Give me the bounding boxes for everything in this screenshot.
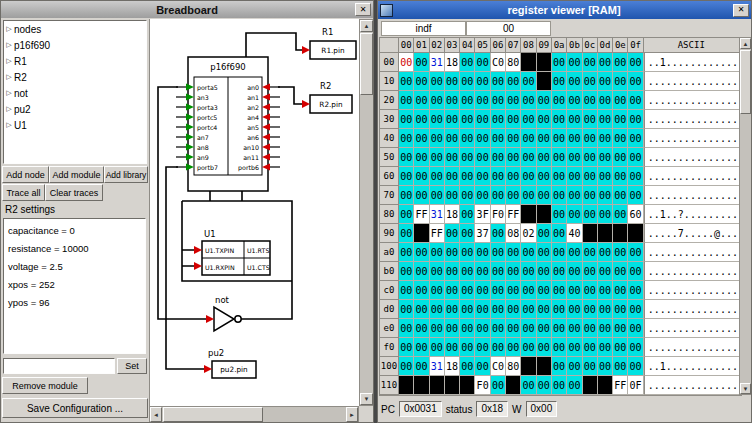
ram-cell[interactable]: 00 (583, 300, 598, 319)
ram-cell[interactable]: 00 (537, 243, 552, 262)
ram-cell[interactable]: 00 (628, 110, 643, 129)
add-library-button[interactable]: Add library (104, 166, 148, 183)
ram-cell[interactable] (537, 205, 552, 224)
ram-cell[interactable]: 00 (552, 224, 567, 243)
ram-cell[interactable]: 00 (537, 167, 552, 186)
ram-cell[interactable]: C0 (491, 53, 506, 72)
ram-cell[interactable]: 00 (399, 281, 414, 300)
ram-cell[interactable]: 00 (628, 357, 643, 376)
ram-cell[interactable]: 00 (537, 281, 552, 300)
scroll-left-icon[interactable]: ◄ (150, 407, 162, 422)
ram-cell[interactable]: 00 (414, 167, 429, 186)
ram-cell[interactable]: 00 (521, 281, 536, 300)
ram-cell[interactable]: 00 (445, 129, 460, 148)
expander-icon[interactable]: ▷ (4, 41, 14, 49)
ram-cell[interactable]: 00 (537, 262, 552, 281)
ram-cell[interactable]: 00 (414, 148, 429, 167)
tree-item-R2[interactable]: ▷R2 (4, 69, 146, 85)
ram-cell[interactable]: 00 (598, 91, 613, 110)
ram-cell[interactable]: 00 (399, 91, 414, 110)
ram-cell[interactable]: 00 (399, 53, 414, 72)
ram-cell[interactable]: 00 (567, 300, 582, 319)
ram-cell[interactable] (598, 376, 613, 395)
ram-cell[interactable]: 00 (583, 338, 598, 357)
ram-cell[interactable]: 00 (399, 338, 414, 357)
ram-cell[interactable]: 00 (445, 186, 460, 205)
ram-cell[interactable]: 00 (567, 205, 582, 224)
ram-cell[interactable]: 00 (399, 72, 414, 91)
tree-item-U1[interactable]: ▷U1 (4, 117, 146, 133)
ram-cell[interactable]: 00 (628, 91, 643, 110)
ram-cell[interactable]: 00 (567, 319, 582, 338)
ram-cell[interactable]: 00 (613, 53, 628, 72)
ram-cell[interactable]: 00 (399, 224, 414, 243)
ram-cell[interactable]: 00 (414, 53, 429, 72)
ram-cell[interactable]: 00 (491, 243, 506, 262)
ram-cell[interactable]: 00 (552, 300, 567, 319)
ram-cell[interactable]: 00 (445, 243, 460, 262)
vertical-scrollbar[interactable]: ▲ ▼ (739, 37, 752, 395)
ram-cell[interactable]: 00 (537, 91, 552, 110)
attribute-entry[interactable] (3, 358, 115, 374)
ram-cell[interactable]: 60 (628, 205, 643, 224)
ram-cell[interactable]: 00 (552, 243, 567, 262)
ram-cell[interactable]: 00 (430, 338, 445, 357)
remove-module-button[interactable]: Remove module (2, 377, 88, 394)
ram-cell[interactable]: 00 (567, 72, 582, 91)
ram-cell[interactable]: 00 (567, 91, 582, 110)
ram-cell[interactable]: 00 (613, 357, 628, 376)
ram-cell[interactable]: 00 (460, 186, 475, 205)
ram-cell[interactable] (583, 224, 598, 243)
ram-cell[interactable]: 00 (613, 281, 628, 300)
ram-cell[interactable] (445, 376, 460, 395)
ram-cell[interactable]: 00 (521, 129, 536, 148)
ram-cell[interactable]: 00 (475, 148, 490, 167)
scroll-down-icon[interactable]: ▼ (360, 393, 373, 405)
ram-cell[interactable]: 00 (552, 262, 567, 281)
ram-cell[interactable]: 00 (475, 300, 490, 319)
ram-cell[interactable]: 00 (430, 319, 445, 338)
ram-cell[interactable]: 00 (583, 72, 598, 91)
ram-cell[interactable]: 00 (445, 224, 460, 243)
ram-cell[interactable]: 00 (475, 72, 490, 91)
tree-item-not[interactable]: ▷not (4, 85, 146, 101)
ram-cell[interactable]: 00 (414, 72, 429, 91)
ram-cell[interactable]: 00 (460, 167, 475, 186)
ram-cell[interactable] (613, 224, 628, 243)
ram-cell[interactable]: 00 (506, 167, 521, 186)
ram-cell[interactable]: 00 (521, 262, 536, 281)
ram-cell[interactable]: 00 (399, 205, 414, 224)
ram-cell[interactable]: 00 (430, 262, 445, 281)
selected-register-name[interactable]: indf (381, 21, 466, 36)
ram-cell[interactable]: 00 (567, 186, 582, 205)
ram-cell[interactable]: 00 (475, 110, 490, 129)
expander-icon[interactable]: ▷ (4, 121, 14, 129)
ram-cell[interactable]: 00 (583, 129, 598, 148)
ram-cell[interactable]: 00 (414, 129, 429, 148)
tree-item-nodes[interactable]: ▷nodes (4, 21, 146, 37)
ram-cell[interactable]: 00 (598, 167, 613, 186)
ram-cell[interactable]: 00 (598, 205, 613, 224)
ram-cell[interactable]: 00 (598, 243, 613, 262)
ram-cell[interactable]: 00 (613, 110, 628, 129)
ram-cell[interactable]: 00 (399, 262, 414, 281)
ram-cell[interactable]: 00 (567, 148, 582, 167)
ram-cell[interactable]: 00 (445, 319, 460, 338)
ram-cell[interactable]: 00 (399, 300, 414, 319)
add-module-button[interactable]: Add module (49, 166, 104, 183)
ram-cell[interactable]: 00 (537, 376, 552, 395)
ram-cell[interactable]: 00 (537, 110, 552, 129)
ram-cell[interactable]: 00 (460, 224, 475, 243)
ram-cell[interactable]: FF (414, 205, 429, 224)
ram-cell[interactable]: 00 (399, 357, 414, 376)
ram-cell[interactable]: 00 (491, 91, 506, 110)
not-gate[interactable] (214, 307, 234, 331)
ram-cell[interactable]: 00 (583, 281, 598, 300)
ram-cell[interactable] (430, 376, 445, 395)
ram-cell[interactable] (399, 376, 414, 395)
ram-cell[interactable]: 00 (537, 129, 552, 148)
ram-cell[interactable]: 00 (598, 262, 613, 281)
ram-cell[interactable]: 00 (552, 148, 567, 167)
ram-cell[interactable]: 00 (583, 319, 598, 338)
ram-cell[interactable]: 02 (521, 224, 536, 243)
